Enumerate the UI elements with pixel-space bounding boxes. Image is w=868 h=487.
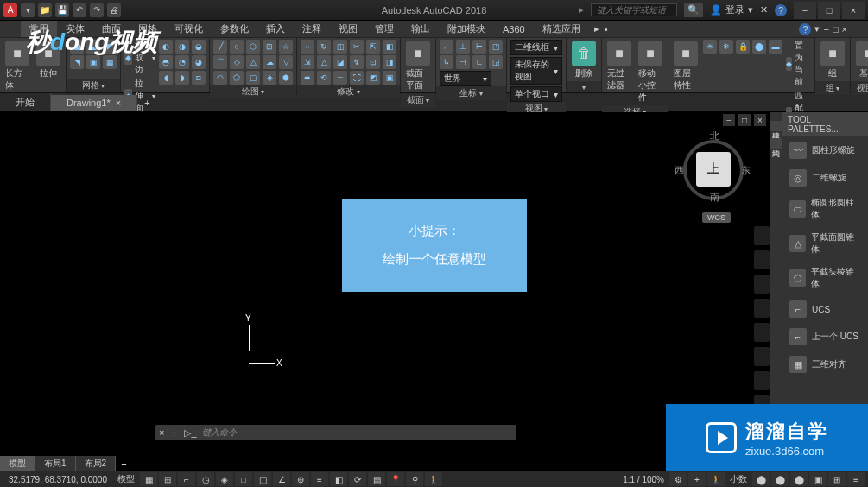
ribbon-grid-icon[interactable]: ☆ bbox=[279, 40, 293, 54]
ribbon-grid-icon[interactable]: ◫ bbox=[333, 40, 347, 54]
ribbon-grid-icon[interactable]: ⌐ bbox=[440, 40, 453, 54]
ribbon-btn-12-0[interactable]: ■基点 bbox=[854, 40, 868, 81]
status-decimal[interactable]: 小数 bbox=[726, 473, 751, 485]
palette-item-5[interactable]: ⌐UCS bbox=[782, 295, 868, 323]
palette-item-3[interactable]: △平截面圆锥体 bbox=[782, 226, 868, 261]
ribbon-small-icon[interactable]: ▣ bbox=[86, 55, 100, 69]
nav-wheel-icon[interactable] bbox=[754, 226, 770, 245]
ribbon-grid-icon[interactable]: ▣ bbox=[383, 71, 396, 85]
exchange-icon[interactable]: ✕ bbox=[760, 4, 768, 16]
help2-icon[interactable]: ? bbox=[799, 23, 811, 35]
ribbon-btn-11-0[interactable]: ■组 bbox=[819, 40, 846, 81]
ribbon-grid-icon[interactable]: ◖ bbox=[159, 71, 173, 85]
app-icon[interactable]: A bbox=[3, 3, 17, 17]
ribbon-grid-icon[interactable]: ◑ bbox=[175, 40, 189, 54]
nav-orbit-icon[interactable] bbox=[754, 299, 770, 318]
ribbon-grid-icon[interactable]: ✂ bbox=[350, 40, 364, 54]
ribbon-vbtn-8-0[interactable]: 🗑删除 bbox=[570, 40, 598, 81]
ribbon-grid-icon[interactable]: ↯ bbox=[350, 55, 364, 69]
ribbon-grid-icon[interactable]: ◇ bbox=[230, 55, 244, 69]
tab-13[interactable]: 精选应用 bbox=[534, 21, 589, 37]
palette-item-0[interactable]: 〰圆柱形螺旋 bbox=[782, 136, 868, 164]
ribbon-dropdown[interactable]: 未保存的视图▾ bbox=[510, 57, 562, 85]
ribbon-grid-icon[interactable]: ⇲ bbox=[301, 55, 314, 69]
ribbon-grid-icon[interactable]: ╱ bbox=[213, 40, 227, 54]
palette-item-7[interactable]: ▦三维对齐 bbox=[782, 351, 868, 378]
ribbon-grid-icon[interactable]: ⊥ bbox=[456, 40, 470, 54]
ribbon-grid-icon[interactable]: ◐ bbox=[159, 40, 173, 54]
palette-item-6[interactable]: ⌐上一个 UCS bbox=[782, 323, 868, 351]
doc-min-icon[interactable]: − bbox=[823, 24, 828, 35]
ribbon-btn-5-0[interactable]: ■截面平面 bbox=[404, 40, 432, 93]
palette-tab-1[interactable]: 约束 bbox=[770, 138, 782, 149]
status-sc-icon[interactable]: ⟳ bbox=[349, 472, 366, 486]
ribbon-grid-icon[interactable]: ∟ bbox=[472, 55, 486, 69]
help-icon[interactable]: ? bbox=[775, 4, 787, 16]
ribbon-grid-icon[interactable]: ⛶ bbox=[350, 71, 364, 85]
status-grid-icon[interactable]: ▦ bbox=[140, 472, 157, 486]
ribbon-dropdown[interactable]: 单个视口▾ bbox=[510, 86, 562, 102]
qat-redo-icon[interactable]: ↷ bbox=[90, 3, 104, 17]
ribbon-grid-icon[interactable]: ⬤ bbox=[752, 40, 766, 54]
viewport-close-icon[interactable]: × bbox=[754, 114, 766, 126]
ribbon-grid-icon[interactable]: ◨ bbox=[383, 55, 396, 69]
ribbon-btn-0-0[interactable]: ■长方体 bbox=[3, 40, 31, 93]
ribbon-grid-icon[interactable]: ◳ bbox=[489, 40, 503, 54]
status-trans-icon[interactable]: ◧ bbox=[330, 472, 347, 486]
ribbon-grid-icon[interactable]: ❄ bbox=[719, 40, 733, 54]
nav-extra1-icon[interactable] bbox=[754, 347, 770, 366]
viewport[interactable]: − □ × 上 北 南 东 西 WCS 小提示： 绘制一个任意模型 bbox=[0, 112, 770, 471]
ribbon-grid-icon[interactable]: ◒ bbox=[192, 40, 206, 54]
ribbon-grid-icon[interactable]: ▬ bbox=[769, 40, 782, 54]
ribbon-grid-icon[interactable]: ⊞ bbox=[263, 40, 276, 54]
ribbon-grid-icon[interactable]: ⊡ bbox=[366, 55, 380, 69]
nav-pan-icon[interactable] bbox=[754, 250, 770, 269]
doc-close-icon[interactable]: × bbox=[842, 24, 847, 35]
search-input[interactable] bbox=[591, 3, 677, 16]
ribbon-grid-icon[interactable]: ⬌ bbox=[301, 71, 314, 85]
status-lwt-icon[interactable]: ≡ bbox=[311, 472, 328, 486]
qat-undo-icon[interactable]: ↶ bbox=[73, 3, 86, 17]
layout-tab-0[interactable]: 模型 bbox=[0, 456, 35, 471]
doctab-1[interactable]: Drawing1*× bbox=[51, 95, 137, 111]
ribbon-grid-icon[interactable]: ↻ bbox=[317, 40, 331, 54]
ribbon-dropdown[interactable]: 二维线框▾ bbox=[510, 40, 562, 55]
status-e-icon[interactable]: ⊞ bbox=[828, 472, 846, 486]
viewcube-west[interactable]: 西 bbox=[675, 164, 684, 177]
palette-tab-0[interactable]: 建模 bbox=[770, 121, 782, 131]
nav-zoom-icon[interactable] bbox=[754, 275, 770, 294]
tab-10[interactable]: 输出 bbox=[402, 21, 439, 37]
ribbon-grid-icon[interactable]: ═ bbox=[333, 71, 347, 85]
ribbon-grid-icon[interactable]: ⟲ bbox=[317, 71, 331, 85]
ribbon-small-icon[interactable]: ◤ bbox=[103, 40, 117, 54]
status-pin-icon[interactable]: 📍 bbox=[387, 472, 404, 486]
ribbon-grid-icon[interactable]: ☀ bbox=[703, 40, 717, 54]
more-icon[interactable]: ▾ bbox=[814, 23, 820, 35]
palette-item-2[interactable]: ⬭椭圆形圆柱体 bbox=[782, 192, 868, 226]
tab-7[interactable]: 注释 bbox=[294, 21, 330, 37]
status-scale[interactable]: 1:1 / 100% bbox=[619, 475, 668, 484]
ribbon-grid-icon[interactable]: ☁ bbox=[263, 55, 276, 69]
login-link[interactable]: 登录 bbox=[725, 3, 744, 16]
maximize-button[interactable]: □ bbox=[818, 2, 840, 19]
ribbon-grid-icon[interactable]: ⬢ bbox=[279, 71, 293, 85]
status-dyn-icon[interactable]: ⊕ bbox=[292, 472, 309, 486]
status-b-icon[interactable]: ⬤ bbox=[771, 472, 789, 486]
doc-max-icon[interactable]: □ bbox=[833, 24, 839, 35]
ribbon-grid-icon[interactable]: ↳ bbox=[440, 55, 453, 69]
qat-print-icon[interactable]: 🖨 bbox=[107, 3, 121, 17]
tab-9[interactable]: 管理 bbox=[366, 21, 402, 37]
ribbon-small-icon[interactable]: ◢ bbox=[70, 40, 84, 54]
ribbon-btn-10-0[interactable]: ■图层特性 bbox=[672, 40, 700, 93]
qat-open-icon[interactable]: 📁 bbox=[38, 3, 52, 17]
ribbon-grid-icon[interactable]: ▢ bbox=[246, 71, 260, 85]
ribbon-btn-9-0[interactable]: ■无过滤器 bbox=[605, 40, 633, 93]
tab-1[interactable]: 实体 bbox=[57, 21, 93, 37]
viewport-restore-icon[interactable]: □ bbox=[738, 114, 751, 126]
ribbon-small-icon[interactable]: ◣ bbox=[86, 40, 100, 54]
status-a-icon[interactable]: ⬤ bbox=[752, 472, 770, 486]
tab-2[interactable]: 曲面 bbox=[93, 21, 130, 37]
search-go-icon[interactable]: 🔍 bbox=[684, 3, 703, 17]
qat-new-icon[interactable]: ▾ bbox=[21, 3, 35, 17]
doctab-add-button[interactable]: + bbox=[137, 98, 156, 108]
